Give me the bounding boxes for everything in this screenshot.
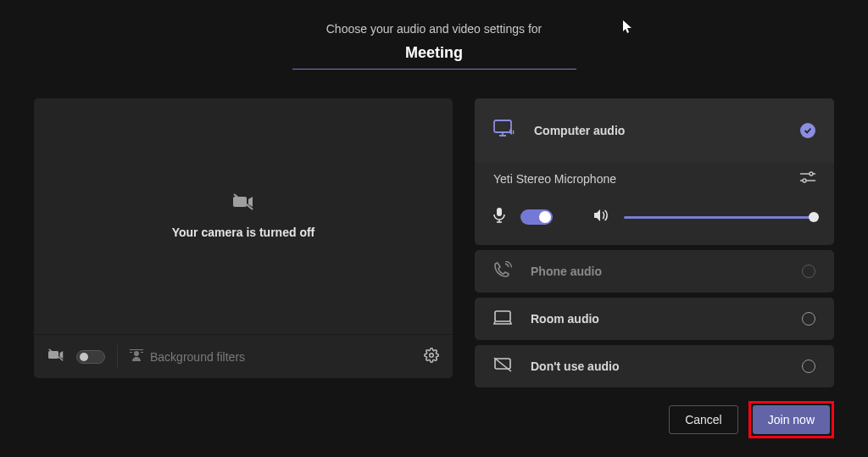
mic-toggle[interactable] (520, 209, 553, 225)
header-subtitle: Choose your audio and video settings for (0, 22, 868, 36)
svg-point-9 (803, 179, 806, 182)
mic-icon (493, 208, 505, 226)
svg-point-0 (134, 351, 139, 356)
audio-option-phone-label: Phone audio (531, 265, 602, 278)
background-filters-button[interactable]: Background filters (130, 348, 245, 365)
selected-check-icon (800, 123, 815, 138)
camera-off-text: Your camera is turned off (172, 226, 315, 239)
device-settings-button[interactable] (800, 171, 815, 186)
volume-slider[interactable] (624, 216, 815, 219)
phone-audio-icon (493, 261, 512, 281)
audio-option-none[interactable]: Don't use audio (475, 345, 834, 387)
audio-option-room[interactable]: Room audio (475, 298, 834, 340)
audio-option-room-label: Room audio (531, 312, 599, 326)
background-filters-label: Background filters (150, 350, 245, 364)
computer-audio-icon (493, 120, 515, 142)
speaker-icon (593, 209, 609, 226)
audio-option-phone[interactable]: Phone audio (475, 250, 834, 293)
svg-point-4 (430, 353, 434, 357)
meeting-title: Meeting (292, 44, 576, 69)
svg-rect-11 (495, 311, 510, 321)
svg-rect-1 (130, 349, 143, 350)
audio-options-panel: Computer audio Yeti Stereo Microphone (475, 98, 834, 387)
camera-toggle-icon (47, 348, 64, 365)
divider (117, 345, 118, 369)
camera-off-icon (233, 193, 253, 214)
video-controls-bar: Background filters (34, 334, 453, 378)
join-now-button[interactable]: Join now (753, 405, 830, 434)
room-audio-icon (493, 309, 512, 328)
camera-toggle[interactable] (76, 350, 105, 364)
svg-rect-2 (130, 352, 132, 353)
radio-unchecked (802, 265, 815, 278)
video-settings-button[interactable] (424, 348, 439, 366)
cancel-button[interactable]: Cancel (669, 405, 738, 434)
computer-audio-settings: Yeti Stereo Microphone (475, 163, 834, 245)
background-effects-icon (130, 348, 143, 365)
radio-unchecked (802, 359, 815, 373)
join-now-highlight: Join now (748, 401, 834, 438)
video-preview-panel: Your camera is turned off Background fil… (34, 98, 453, 378)
mouse-cursor-icon (623, 20, 633, 37)
selected-mic-device: Yeti Stereo Microphone (493, 172, 616, 186)
svg-rect-3 (141, 352, 143, 353)
footer-actions: Cancel Join now (669, 401, 834, 438)
svg-rect-5 (494, 120, 511, 132)
svg-rect-10 (497, 208, 502, 216)
audio-option-computer-label: Computer audio (534, 124, 625, 137)
audio-option-computer[interactable]: Computer audio (475, 98, 834, 163)
no-audio-icon (493, 357, 512, 376)
radio-unchecked (802, 312, 815, 326)
video-preview: Your camera is turned off (34, 98, 453, 334)
audio-option-none-label: Don't use audio (531, 359, 619, 373)
meeting-title-field[interactable]: Meeting (292, 44, 576, 70)
svg-point-7 (810, 172, 813, 176)
